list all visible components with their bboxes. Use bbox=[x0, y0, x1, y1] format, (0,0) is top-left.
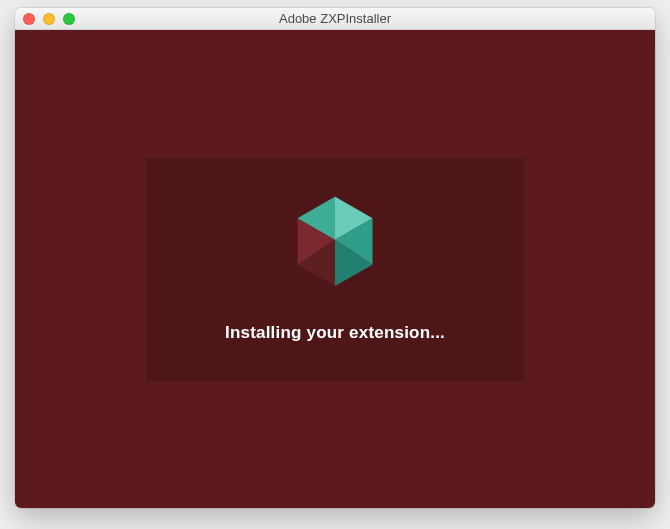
close-button[interactable] bbox=[23, 13, 35, 25]
app-window: Adobe ZXPInstaller Installing your exten… bbox=[15, 8, 655, 508]
content-area: Installing your extension... bbox=[15, 30, 655, 508]
minimize-button[interactable] bbox=[43, 13, 55, 25]
cube-icon bbox=[290, 195, 380, 295]
status-card: Installing your extension... bbox=[145, 157, 525, 382]
window-title: Adobe ZXPInstaller bbox=[15, 11, 655, 26]
maximize-button[interactable] bbox=[63, 13, 75, 25]
titlebar[interactable]: Adobe ZXPInstaller bbox=[15, 8, 655, 30]
window-controls bbox=[15, 13, 75, 25]
status-text: Installing your extension... bbox=[225, 323, 445, 343]
